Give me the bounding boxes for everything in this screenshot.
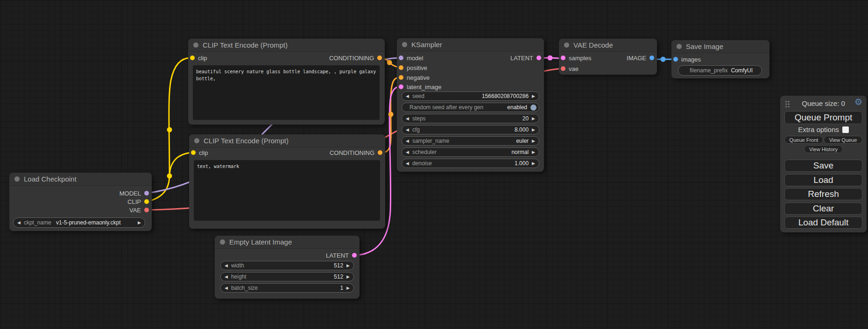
input-slot-vae[interactable]: vae <box>561 64 579 73</box>
image-slot-icon[interactable] <box>649 56 654 60</box>
widget-denoise[interactable]: ◀ denoise 1.000 ▶ <box>402 159 539 168</box>
queue-front-button[interactable]: Queue Front <box>784 136 823 144</box>
node-title-bar[interactable]: Save Image <box>671 40 769 53</box>
increment-arrow-icon[interactable]: ▶ <box>532 150 535 154</box>
decrement-arrow-icon[interactable]: ◀ <box>406 117 409 121</box>
increment-arrow-icon[interactable]: ▶ <box>346 286 350 290</box>
input-slot-samples[interactable]: samples <box>561 53 591 63</box>
model-slot-icon[interactable] <box>399 56 403 60</box>
refresh-button[interactable]: Refresh <box>784 188 862 200</box>
output-slot-clip[interactable]: CLIP <box>127 197 149 206</box>
input-slot-clip[interactable]: clip <box>190 53 207 63</box>
toggle-enabled-icon[interactable] <box>530 105 536 111</box>
latent-slot-icon[interactable] <box>352 253 357 258</box>
collapse-dot-icon[interactable] <box>194 138 199 143</box>
node-load-checkpoint[interactable]: Load Checkpoint MODEL CLIP VAE ◀ ckpt_na… <box>9 173 152 231</box>
decrement-arrow-icon[interactable]: ◀ <box>225 275 228 279</box>
decrement-arrow-icon[interactable]: ◀ <box>406 161 409 166</box>
input-slot-negative[interactable]: negative <box>399 73 430 82</box>
input-slot-positive[interactable]: positive <box>399 63 427 72</box>
node-title-bar[interactable]: CLIP Text Encode (Prompt) <box>188 39 385 52</box>
widget-scheduler[interactable]: ◀ scheduler normal ▶ <box>402 147 539 157</box>
widget-height[interactable]: ◀ height 512 ▶ <box>220 272 354 281</box>
conditioning-slot-icon[interactable] <box>399 75 403 80</box>
widget-sampler-name[interactable]: ◀ sampler_name euler ▶ <box>402 136 539 146</box>
increment-arrow-icon[interactable]: ▶ <box>532 94 535 98</box>
load-button[interactable]: Load <box>784 174 862 186</box>
widget-filename-prefix[interactable]: filename_prefix ComfyUI <box>678 65 762 76</box>
output-slot-conditioning[interactable]: CONDITIONING <box>330 148 382 157</box>
vae-slot-icon[interactable] <box>561 66 565 71</box>
widget-seed[interactable]: ◀ seed 156680208700286 ▶ <box>402 91 539 101</box>
node-title-bar[interactable]: VAE Decode <box>559 39 657 52</box>
clip-slot-icon[interactable] <box>190 56 195 60</box>
widget-ckpt-name[interactable]: ◀ ckpt_name v1-5-pruned-emaonly.ckpt ▶ <box>13 217 145 228</box>
model-slot-icon[interactable] <box>144 191 149 196</box>
node-save-image[interactable]: Save Image images filename_prefix ComfyU… <box>671 40 769 78</box>
latent-slot-icon[interactable] <box>399 84 403 89</box>
view-history-button[interactable]: View History <box>804 145 843 153</box>
decrement-arrow-icon[interactable]: ◀ <box>225 286 228 290</box>
view-queue-button[interactable]: View Queue <box>824 136 862 144</box>
output-slot-latent[interactable]: LATENT <box>510 53 541 63</box>
queue-prompt-button[interactable]: Queue Prompt <box>784 111 862 124</box>
vae-slot-icon[interactable] <box>144 208 149 212</box>
increment-arrow-icon[interactable]: ▶ <box>346 264 350 268</box>
save-button[interactable]: Save <box>784 160 862 172</box>
latent-slot-icon[interactable] <box>561 56 565 60</box>
node-title-bar[interactable]: Load Checkpoint <box>9 173 152 186</box>
increment-arrow-icon[interactable]: ▶ <box>346 275 350 279</box>
decrement-arrow-icon[interactable]: ◀ <box>406 94 409 98</box>
increment-arrow-icon[interactable]: ▶ <box>532 128 535 132</box>
widget-random-seed-toggle[interactable]: Random seed after every gen enabled <box>402 103 539 112</box>
image-slot-icon[interactable] <box>673 57 678 62</box>
output-slot-image[interactable]: IMAGE <box>627 53 654 63</box>
settings-gear-icon[interactable]: ⚙ <box>854 98 862 106</box>
increment-arrow-icon[interactable]: ▶ <box>532 117 535 121</box>
widget-width[interactable]: ◀ width 512 ▶ <box>220 261 354 270</box>
node-title-bar[interactable]: Empty Latent Image <box>215 236 360 249</box>
node-vae-decode[interactable]: VAE Decode samples vae IMAGE <box>559 39 657 75</box>
output-slot-latent[interactable]: LATENT <box>326 251 357 260</box>
input-slot-latent-image[interactable]: latent_image <box>399 82 441 91</box>
decrement-arrow-icon[interactable]: ◀ <box>406 150 409 154</box>
widget-steps[interactable]: ◀ steps 20 ▶ <box>402 114 539 123</box>
node-ksampler[interactable]: KSampler model positive negative latent_… <box>397 38 544 172</box>
input-slot-clip[interactable]: clip <box>191 148 208 157</box>
decrement-arrow-icon[interactable]: ◀ <box>225 264 228 268</box>
prompt-textarea[interactable]: beautiful scenery nature glass bottle la… <box>193 65 380 120</box>
extra-options-checkbox[interactable] <box>842 126 849 133</box>
collapse-dot-icon[interactable] <box>402 42 407 47</box>
prompt-textarea[interactable]: text, watermark <box>194 160 380 221</box>
increment-arrow-icon[interactable]: ▶ <box>532 139 535 143</box>
output-slot-model[interactable]: MODEL <box>120 189 149 198</box>
node-title-bar[interactable]: KSampler <box>397 38 544 51</box>
widget-batch-size[interactable]: ◀ batch_size 1 ▶ <box>220 283 354 293</box>
conditioning-slot-icon[interactable] <box>377 56 382 60</box>
clip-slot-icon[interactable] <box>191 150 196 155</box>
load-default-button[interactable]: Load Default <box>784 217 862 229</box>
collapse-dot-icon[interactable] <box>677 44 682 49</box>
node-clip-text-encode-positive[interactable]: CLIP Text Encode (Prompt) clip CONDITION… <box>188 39 385 125</box>
collapse-dot-icon[interactable] <box>564 42 569 48</box>
conditioning-slot-icon[interactable] <box>378 150 382 155</box>
latent-slot-icon[interactable] <box>536 56 541 60</box>
collapse-dot-icon[interactable] <box>14 176 20 182</box>
increment-arrow-icon[interactable]: ▶ <box>138 221 141 225</box>
collapse-dot-icon[interactable] <box>220 239 225 245</box>
clip-slot-icon[interactable] <box>144 199 149 204</box>
node-clip-text-encode-negative[interactable]: CLIP Text Encode (Prompt) clip CONDITION… <box>189 134 385 229</box>
decrement-arrow-icon[interactable]: ◀ <box>406 139 409 143</box>
node-title-bar[interactable]: CLIP Text Encode (Prompt) <box>189 134 385 147</box>
decrement-arrow-icon[interactable]: ◀ <box>406 128 409 132</box>
widget-cfg[interactable]: ◀ cfg 8.000 ▶ <box>402 125 539 134</box>
increment-arrow-icon[interactable]: ▶ <box>532 161 535 166</box>
output-slot-conditioning[interactable]: CONDITIONING <box>329 53 382 63</box>
collapse-dot-icon[interactable] <box>193 42 198 48</box>
clear-button[interactable]: Clear <box>784 203 862 215</box>
input-slot-images[interactable]: images <box>673 55 701 64</box>
decrement-arrow-icon[interactable]: ◀ <box>17 221 21 225</box>
input-slot-model[interactable]: model <box>399 53 423 63</box>
conditioning-slot-icon[interactable] <box>399 65 403 70</box>
node-empty-latent-image[interactable]: Empty Latent Image LATENT ◀ width 512 ▶ … <box>215 236 360 299</box>
